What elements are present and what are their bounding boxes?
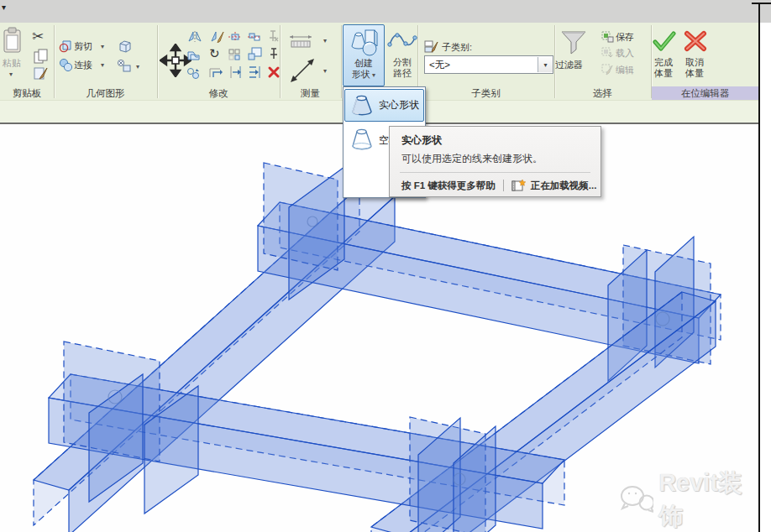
filter-label: 过滤器 (555, 60, 583, 70)
mirror-draw-axis-icon[interactable] (211, 30, 224, 43)
dimension-dropdown-icon[interactable]: ▾ (323, 67, 327, 75)
titlebar-strip: ▾ (0, 0, 771, 23)
match-properties-icon[interactable] (34, 66, 49, 81)
divide-path-label-line1: 分割 (393, 57, 412, 67)
solid-tool-icon[interactable] (118, 39, 133, 54)
divide-path-label-line2: 路径 (393, 68, 412, 78)
mirror-icon[interactable] (188, 30, 202, 43)
subcategory-panel-label: 子类别 (417, 87, 554, 99)
copy-element-icon[interactable] (248, 32, 261, 42)
create-form-button[interactable]: 创建 形状 ▾ (343, 24, 385, 86)
group-icon[interactable] (186, 67, 201, 80)
pin-icon[interactable] (269, 48, 279, 60)
tooltip-title: 实心形状 (401, 133, 442, 148)
paste-dropdown-icon[interactable]: ▾ (9, 70, 13, 78)
create-form-label-line2: 形状 (352, 69, 370, 79)
offset-icon[interactable] (186, 49, 201, 61)
in-place-editor-panel-label: 在位编辑器 (652, 87, 758, 99)
measure-panel-label: 测量 (280, 87, 341, 99)
void-form-icon (349, 126, 375, 152)
rotate-icon[interactable]: ↻ (209, 47, 220, 60)
tooltip-help-hint: 按 F1 键获得更多帮助 (401, 180, 496, 192)
tooltip-video-status: 正在加载视频... (531, 180, 597, 192)
move-element-icon[interactable] (228, 32, 242, 42)
geometry-options-icon[interactable] (116, 59, 133, 74)
cut-geometry-label[interactable]: 剪切 (74, 41, 92, 52)
trim-extend-corner-icon[interactable] (208, 65, 223, 79)
solid-form-tooltip: 实心形状 可以使用选定的线来创建形状。 按 F1 键获得更多帮助 正在加载视频.… (389, 126, 601, 197)
finish-mass-label-line1: 完成 (654, 57, 673, 67)
wechat-icon (617, 483, 653, 517)
geometry-options-dropdown-icon[interactable]: ▾ (136, 63, 139, 70)
corner-planes-south (410, 417, 496, 532)
trim-extend-multiple-icon[interactable] (248, 65, 262, 79)
create-form-dropdown-icon: ▾ (370, 71, 375, 79)
cancel-mass-label-line1: 取消 (685, 57, 704, 67)
paste-label: 粘贴 (3, 58, 21, 69)
watermark: Revit装饰 (617, 477, 760, 524)
geometry-panel-label: 几何图形 (54, 87, 157, 99)
cut-geometry-dropdown-icon[interactable]: ▾ (101, 43, 104, 50)
load-selection-label: 载入 (616, 48, 634, 59)
paste-icon (3, 27, 23, 54)
video-loading-icon (511, 179, 526, 192)
save-selection-icon[interactable] (601, 31, 614, 43)
modify-panel-label: 修改 (157, 87, 280, 99)
panel-separator (341, 25, 342, 98)
cancel-x-icon (683, 29, 708, 53)
save-selection-label[interactable]: 保存 (616, 32, 634, 43)
divide-path-button[interactable]: 分割 路径 (386, 24, 419, 85)
subcategory-dropdown-icon[interactable]: ▾ (538, 57, 553, 72)
finish-check-icon (653, 30, 676, 52)
quick-access-overflow-icon[interactable]: ▾ (2, 3, 6, 12)
subcategory-field-label: 子类别: (442, 42, 472, 53)
delete-icon[interactable] (267, 65, 281, 79)
filter-funnel-icon (560, 30, 587, 55)
join-geometry-icon[interactable] (59, 58, 73, 72)
top-right-frame-line (752, 3, 771, 4)
aligned-dimension-icon[interactable] (289, 57, 316, 84)
finish-mass-label-line2: 体量 (654, 68, 673, 78)
watermark-text: Revit装饰 (658, 467, 760, 532)
clipboard-panel-label: 剪贴板 (0, 87, 54, 99)
right-frame-line (758, 3, 760, 532)
join-geometry-label[interactable]: 连接 (74, 60, 92, 70)
copy-icon[interactable] (34, 49, 49, 64)
tooltip-divider (503, 180, 504, 191)
revit-window: { "app": { "overflow_arrow": "▾" }, "rib… (0, 0, 771, 532)
edit-selection-icon (601, 64, 614, 76)
join-geometry-dropdown-icon[interactable]: ▾ (101, 61, 104, 69)
array-icon[interactable] (228, 49, 242, 61)
measure-tape-icon[interactable] (288, 34, 313, 49)
subcategory-selected-value: <无> (425, 59, 538, 71)
cut-geometry-icon[interactable] (59, 39, 73, 53)
cancel-mass-label-line2: 体量 (685, 68, 704, 78)
create-form-icon (349, 28, 379, 56)
trim-extend-single-icon[interactable] (228, 65, 243, 79)
cut-icon[interactable]: ✂ (32, 28, 44, 45)
edit-selection-label: 编辑 (616, 65, 634, 76)
solid-form-icon (349, 93, 375, 117)
unpin-icon (267, 30, 279, 42)
paste-button[interactable] (3, 27, 23, 54)
tooltip-description: 可以使用选定的线来创建形状。 (401, 152, 543, 166)
divide-path-icon (387, 29, 417, 53)
subcategory-icon (424, 40, 439, 54)
measure-dropdown-icon[interactable]: ▾ (323, 37, 327, 44)
create-form-label-line1: 创建 (354, 58, 373, 68)
subcategory-select[interactable]: <无> ▾ (424, 55, 553, 74)
tooltip-separator (400, 172, 590, 173)
selection-panel-label: 选择 (554, 87, 651, 99)
menu-item-solid-form-label: 实心形状 (379, 98, 419, 112)
finish-mass-button[interactable] (653, 30, 676, 52)
filter-button[interactable] (560, 30, 587, 55)
cancel-mass-button[interactable] (683, 29, 708, 53)
scale-icon[interactable] (248, 47, 262, 60)
load-selection-icon (601, 47, 614, 59)
